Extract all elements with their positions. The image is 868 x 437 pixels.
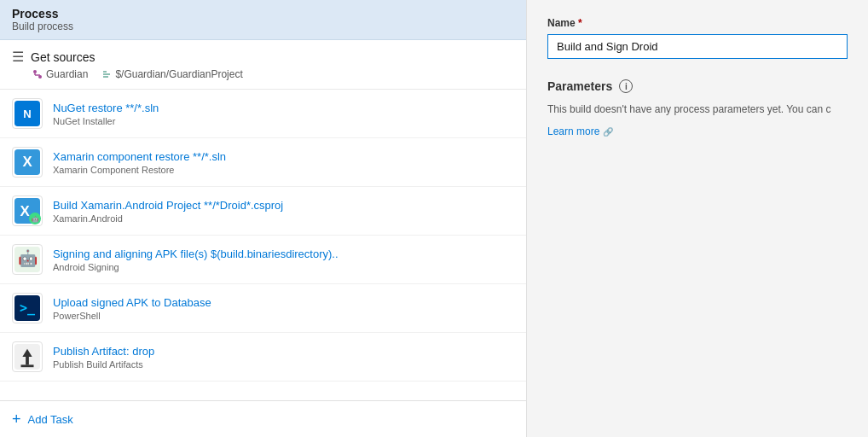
task-item-powershell[interactable]: >_ Upload signed APK to Database PowerSh… xyxy=(0,284,526,333)
svg-rect-21 xyxy=(21,364,34,367)
branch-info: Guardian xyxy=(32,68,88,80)
process-header: Process Build process xyxy=(0,0,526,40)
task-icon-xamarin-component: X xyxy=(12,147,43,178)
learn-more-link[interactable]: Learn more 🔗 xyxy=(547,125,848,137)
task-type-nuget: NuGet Installer xyxy=(53,116,159,126)
get-sources-icon: ☰ xyxy=(12,49,24,65)
task-icon-nuget: N xyxy=(12,98,43,129)
name-input[interactable] xyxy=(547,34,848,59)
task-name-signing: Signing and aligning APK file(s) $(build… xyxy=(53,248,339,260)
task-info-xamarin-component: Xamarin component restore **/*.sln Xamar… xyxy=(53,150,226,175)
svg-text:N: N xyxy=(23,108,31,120)
branch-name: Guardian xyxy=(46,68,88,80)
task-name-powershell: Upload signed APK to Database xyxy=(53,296,211,309)
task-item-nuget[interactable]: N NuGet restore **/*.sln NuGet Installer xyxy=(0,90,526,138)
task-info-signing: Signing and aligning APK file(s) $(build… xyxy=(53,248,339,272)
parameters-header: Parameters i xyxy=(547,79,848,93)
task-info-nuget: NuGet restore **/*.sln NuGet Installer xyxy=(53,102,159,126)
task-info-publish: Publish Artifact: drop Publish Build Art… xyxy=(53,345,154,370)
task-item-publish[interactable]: Publish Artifact: drop Publish Build Art… xyxy=(0,333,526,382)
parameters-info-icon[interactable]: i xyxy=(619,79,633,93)
task-info-xamarin-android: Build Xamarin.Android Project **/*Droid*… xyxy=(53,199,283,224)
task-type-xamarin-android: Xamarin.Android xyxy=(53,213,283,224)
task-type-powershell: PowerShell xyxy=(53,311,211,321)
svg-point-0 xyxy=(33,70,37,73)
external-link-icon: 🔗 xyxy=(603,127,613,137)
add-task-label: Add Task xyxy=(28,413,73,426)
plus-icon: + xyxy=(12,411,21,427)
svg-text:>_: >_ xyxy=(20,300,36,316)
process-subtitle: Build process xyxy=(12,20,514,32)
add-task-button[interactable]: + Add Task xyxy=(0,400,526,437)
parameters-label: Parameters xyxy=(547,79,612,93)
path-icon xyxy=(101,69,112,79)
path-info: $/Guardian/GuardianProject xyxy=(101,68,242,80)
get-sources-meta: Guardian $/Guardian/GuardianProject xyxy=(12,68,514,80)
path-value: $/Guardian/GuardianProject xyxy=(115,68,242,80)
task-name-xamarin-component: Xamarin component restore **/*.sln xyxy=(53,150,226,163)
task-icon-powershell: >_ xyxy=(12,293,43,323)
branch-icon xyxy=(32,69,43,79)
svg-text:X: X xyxy=(22,154,32,170)
svg-text:🤖: 🤖 xyxy=(18,248,38,268)
task-icon-signing: 🤖 xyxy=(12,244,43,275)
left-panel: Process Build process ☰ Get sources Guar… xyxy=(0,0,527,437)
task-icon-publish xyxy=(12,341,43,372)
parameters-section: Parameters i This build doesn't have any… xyxy=(547,79,848,137)
get-sources-section[interactable]: ☰ Get sources Guardian $/Guardian/Guardi… xyxy=(0,40,526,90)
learn-more-label: Learn more xyxy=(547,125,599,137)
task-name-nuget: NuGet restore **/*.sln xyxy=(53,102,159,114)
get-sources-title: ☰ Get sources xyxy=(12,49,514,65)
name-required-indicator: * xyxy=(578,17,582,29)
task-item-xamarin-android[interactable]: X 🤖 Build Xamarin.Android Project **/*Dr… xyxy=(0,187,526,236)
task-info-powershell: Upload signed APK to Database PowerShell xyxy=(53,296,211,321)
task-name-publish: Publish Artifact: drop xyxy=(53,345,154,358)
process-title: Process xyxy=(12,7,514,20)
name-field-label: Name * xyxy=(547,17,848,29)
task-list: N NuGet restore **/*.sln NuGet Installer… xyxy=(0,90,526,400)
parameters-description: This build doesn't have any process para… xyxy=(547,102,848,117)
get-sources-label: Get sources xyxy=(31,50,95,64)
task-type-xamarin-component: Xamarin Component Restore xyxy=(53,165,226,175)
svg-text:🤖: 🤖 xyxy=(32,215,39,223)
right-panel: Name * Parameters i This build doesn't h… xyxy=(527,0,868,437)
task-type-signing: Android Signing xyxy=(53,262,339,272)
task-name-xamarin-android: Build Xamarin.Android Project **/*Droid*… xyxy=(53,199,283,212)
task-type-publish: Publish Build Artifacts xyxy=(53,359,154,370)
task-icon-xamarin-android: X 🤖 xyxy=(12,195,43,226)
task-item-signing[interactable]: 🤖 Signing and aligning APK file(s) $(bui… xyxy=(0,236,526,284)
task-item-xamarin-component[interactable]: X Xamarin component restore **/*.sln Xam… xyxy=(0,138,526,187)
